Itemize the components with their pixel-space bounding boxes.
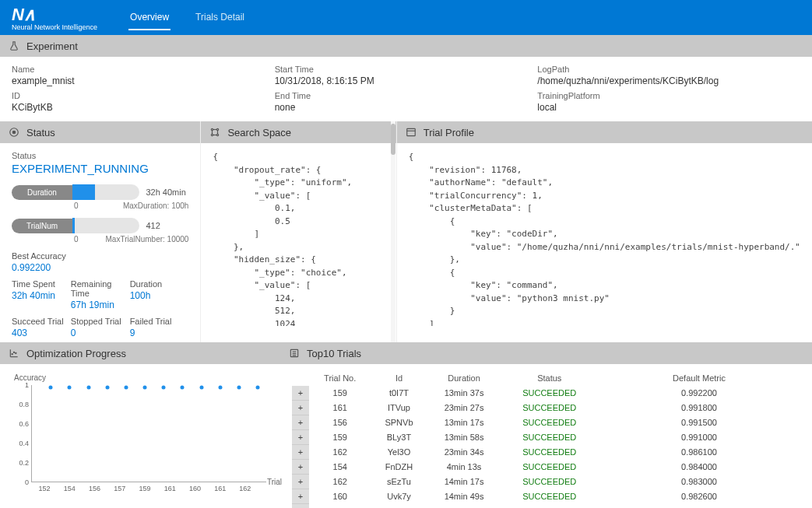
cell-metric: 0.982600 [598, 489, 800, 504]
expand-row-button[interactable]: + [292, 460, 309, 475]
search-space-icon [209, 126, 221, 138]
search-space-content: { "dropout_rate": { "_type": "uniform", … [201, 143, 395, 326]
xtick: 152 [39, 485, 51, 492]
chart-xlabel: Trial [267, 478, 282, 486]
trialnum-progress: TrialNum 412 [12, 218, 188, 233]
failed-label: Failed Trial [130, 317, 189, 326]
cell-id: gL2JW [371, 504, 427, 509]
chart-point [143, 385, 147, 389]
trialnum-progress-label: TrialNum [12, 219, 72, 233]
optimization-chart: Accuracy Trial 00.20.40.60.8115215415615… [0, 364, 280, 503]
expand-row-button[interactable]: + [292, 430, 309, 445]
expand-row-button[interactable]: + [292, 475, 309, 489]
exp-log-label: LogPath [537, 65, 800, 74]
tab-overview[interactable]: Overview [128, 5, 170, 30]
time-spent-label: Time Spent [12, 279, 71, 289]
section-status-title: Status [26, 127, 55, 138]
table-row: +162Yel3O23min 34sSUCCEEDED0.986100 [292, 445, 800, 460]
expand-row-button[interactable]: + [292, 401, 309, 415]
cell-metric: 0.992200 [598, 386, 800, 401]
section-search-title: Search Space [227, 127, 291, 138]
cell-duration: 14min 49s [427, 489, 501, 504]
ytick: 0.4 [15, 440, 29, 447]
experiment-info: Name example_mnist ID KCiBytKB Start Tim… [0, 57, 812, 121]
expand-row-button[interactable]: + [292, 386, 309, 401]
table-row: +157gL2JW6min 30sSUCCEEDED0.981800 [292, 504, 800, 509]
cell-trial: 161 [309, 401, 371, 415]
remaining-label: Remaining Time [71, 279, 130, 298]
cell-id: t0I7T [371, 386, 427, 401]
cell-status: SUCCEEDED [501, 460, 598, 475]
trialnum-progress-bar [72, 218, 139, 233]
status-value: EXPERIMENT_RUNNING [12, 162, 188, 175]
cell-status: SUCCEEDED [501, 415, 598, 430]
cell-duration: 6min 30s [427, 504, 501, 509]
th-trial: Trial No. [309, 370, 371, 386]
nav-tabs: Overview Trials Detail [128, 5, 246, 30]
cell-duration: 13min 58s [427, 430, 501, 445]
logo-mark: N∧ [12, 5, 97, 25]
exp-end-label: End Time [275, 91, 538, 100]
table-row: +160Uvk7y14min 49sSUCCEEDED0.982600 [292, 489, 800, 504]
chart-point [237, 385, 241, 389]
table-row: +154FnDZH4min 13sSUCCEEDED0.984000 [292, 460, 800, 475]
tab-trials-detail[interactable]: Trials Detail [194, 5, 246, 30]
cell-duration: 13min 37s [427, 386, 501, 401]
expand-row-button[interactable]: + [292, 504, 309, 509]
section-profile-title: Trial Profile [424, 127, 474, 138]
svg-point-1 [12, 131, 16, 134]
logo-text: Neural Network Intelligence [12, 23, 97, 31]
chart-point [162, 385, 166, 389]
xtick: 161 [214, 485, 226, 492]
time-spent-value: 32h 40min [12, 290, 71, 301]
section-optimization-title: Optimization Progress [26, 348, 126, 359]
cell-trial: 159 [309, 430, 371, 445]
cell-duration: 13min 17s [427, 415, 501, 430]
cell-trial: 162 [309, 445, 371, 460]
section-experiment-header: Experiment [0, 35, 812, 57]
th-metric: Default Metric [598, 370, 800, 386]
chart-point [218, 385, 222, 389]
remaining-value: 67h 19min [71, 300, 130, 310]
cell-id: BLy3T [371, 430, 427, 445]
chart-point [256, 385, 260, 389]
exp-id-value: KCiBytKB [12, 102, 275, 113]
succeed-label: Succeed Trial [12, 317, 71, 326]
cell-id: ITVup [371, 401, 427, 415]
search-scrollbar[interactable] [391, 121, 395, 342]
table-row: +162sEzTu14min 17sSUCCEEDED0.983000 [292, 475, 800, 489]
duration-progress-text: 32h 40min [146, 187, 188, 197]
cell-status: SUCCEEDED [501, 386, 598, 401]
cell-status: SUCCEEDED [501, 504, 598, 509]
th-duration: Duration [427, 370, 501, 386]
cell-duration: 23min 34s [427, 445, 501, 460]
cell-id: sEzTu [371, 475, 427, 489]
cell-trial: 154 [309, 460, 371, 475]
xtick: 162 [239, 485, 251, 492]
cell-metric: 0.984000 [598, 460, 800, 475]
cell-trial: 160 [309, 489, 371, 504]
list-icon [288, 347, 301, 359]
section-optimization-header: Optimization Progress [0, 342, 280, 364]
expand-row-button[interactable]: + [292, 489, 309, 504]
cell-duration: 23min 27s [427, 401, 501, 415]
flask-icon [8, 40, 20, 52]
expand-row-button[interactable]: + [292, 415, 309, 430]
duration2-value: 100h [130, 290, 189, 301]
cell-trial: 159 [309, 386, 371, 401]
xtick: 159 [139, 485, 150, 492]
xtick: 160 [189, 485, 201, 492]
duration-min: 0 [74, 201, 79, 210]
svg-point-3 [217, 128, 219, 130]
cell-metric: 0.991800 [598, 401, 800, 415]
trialnum-min: 0 [74, 235, 79, 243]
cell-status: SUCCEEDED [501, 401, 598, 415]
logo: N∧ Neural Network Intelligence [12, 5, 97, 31]
cell-status: SUCCEEDED [501, 445, 598, 460]
svg-rect-10 [406, 128, 415, 135]
table-row: +156SPNVb13min 17sSUCCEEDED0.991500 [292, 415, 800, 430]
duration-progress: Duration 32h 40min [12, 184, 188, 200]
expand-row-button[interactable]: + [292, 445, 309, 460]
cell-status: SUCCEEDED [501, 430, 598, 445]
exp-end-value: none [275, 102, 538, 113]
